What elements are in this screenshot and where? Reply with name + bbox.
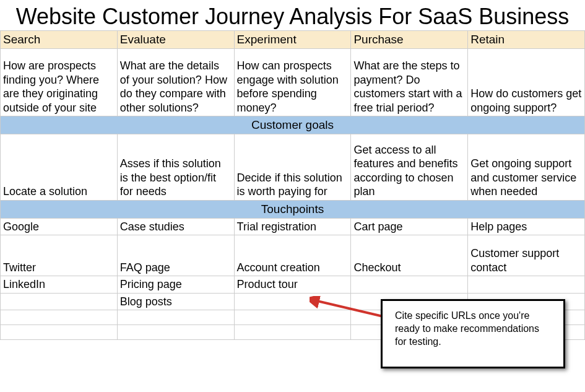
tp-cell xyxy=(351,276,468,294)
section-touchpoints-row: Touchpoints xyxy=(1,200,585,218)
tp-cell xyxy=(468,276,585,294)
question-evaluate: What are the details of your solution? H… xyxy=(117,49,234,116)
question-retain: How do customers get ongoing support? xyxy=(468,49,585,116)
tp-cell: Blog posts xyxy=(117,293,234,310)
question-row: How are prospects finding you? Where are… xyxy=(1,49,585,116)
section-goals-row: Customer goals xyxy=(1,116,585,134)
stage-purchase: Purchase xyxy=(351,31,468,49)
goal-purchase: Get access to all features and benefits … xyxy=(351,134,468,200)
goals-row: Locate a solution Asses if this solution… xyxy=(1,134,585,200)
tp-cell: Account creation xyxy=(234,235,351,276)
tp-cell xyxy=(234,325,351,340)
tp-cell: Trial registration xyxy=(234,218,351,235)
tp-cell xyxy=(1,325,118,340)
stage-row: Search Evaluate Experiment Purchase Reta… xyxy=(1,31,585,49)
tp-cell xyxy=(1,310,118,325)
stage-experiment: Experiment xyxy=(234,31,351,49)
touchpoint-row-1: Google Case studies Trial registration C… xyxy=(1,218,585,235)
annotation-note: Cite specific URLs once you're ready to … xyxy=(381,299,565,340)
tp-cell xyxy=(117,325,234,340)
stage-retain: Retain xyxy=(468,31,585,49)
tp-cell xyxy=(1,293,118,310)
goal-retain: Get ongoing support and customer service… xyxy=(468,134,585,200)
tp-cell xyxy=(117,310,234,325)
tp-cell: Cart page xyxy=(351,218,468,235)
section-touchpoints: Touchpoints xyxy=(1,200,585,218)
tp-cell: Twitter xyxy=(1,235,118,276)
tp-cell: Checkout xyxy=(351,235,468,276)
goal-experiment: Decide if this solution is worth paying … xyxy=(234,134,351,200)
section-customer-goals: Customer goals xyxy=(1,116,585,134)
tp-cell: Pricing page xyxy=(117,276,234,294)
tp-cell: Product tour xyxy=(234,276,351,294)
stage-search: Search xyxy=(1,31,118,49)
goal-evaluate: Asses if this solution is the best optio… xyxy=(117,134,234,200)
stage-evaluate: Evaluate xyxy=(117,31,234,49)
tp-cell: Help pages xyxy=(468,218,585,235)
tp-cell: LinkedIn xyxy=(1,276,118,294)
question-search: How are prospects finding you? Where are… xyxy=(1,49,118,116)
goal-search: Locate a solution xyxy=(1,134,118,200)
tp-cell: Google xyxy=(1,218,118,235)
tp-cell: Case studies xyxy=(117,218,234,235)
question-purchase: What are the steps to payment? Do custom… xyxy=(351,49,468,116)
touchpoint-row-2: Twitter FAQ page Account creation Checko… xyxy=(1,235,585,276)
page-title: Website Customer Journey Analysis For Sa… xyxy=(0,0,585,30)
touchpoint-row-3: LinkedIn Pricing page Product tour xyxy=(1,276,585,294)
question-experiment: How can prospects engage with solution b… xyxy=(234,49,351,116)
tp-cell: FAQ page xyxy=(117,235,234,276)
tp-cell: Customer support contact xyxy=(468,235,585,276)
tp-cell xyxy=(234,310,351,325)
tp-cell xyxy=(234,293,351,310)
journey-table: Search Evaluate Experiment Purchase Reta… xyxy=(0,30,585,340)
